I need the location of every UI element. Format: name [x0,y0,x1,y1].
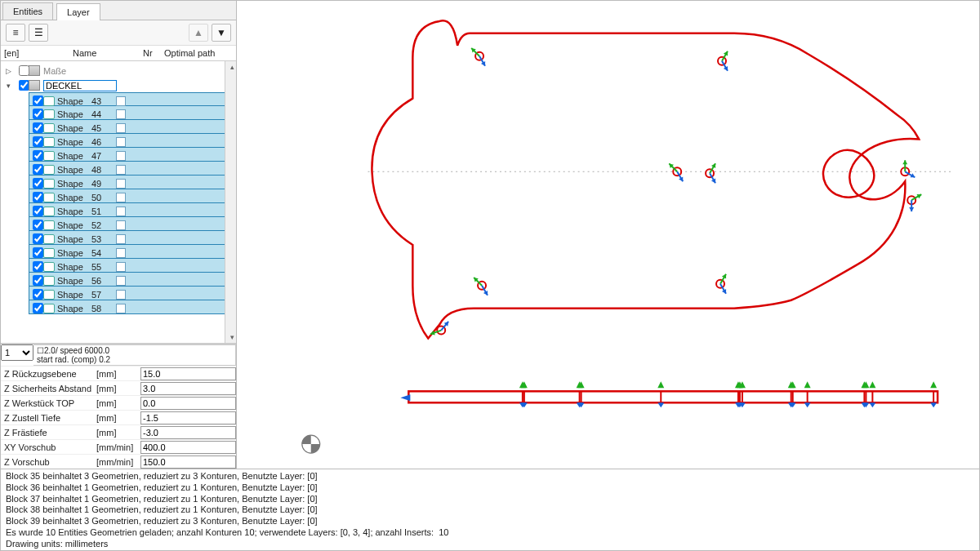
param-input[interactable] [140,411,236,424]
shape-enable-checkbox[interactable] [33,192,43,202]
shape-row[interactable]: Shape50 [29,189,234,203]
scroll-down-icon: ▾ [230,333,234,341]
shape-row[interactable]: Shape56 [29,273,234,287]
shape-enable-checkbox[interactable] [33,178,43,189]
shape-enable-checkbox[interactable] [33,233,43,244]
shape-opt-checkbox[interactable] [116,151,126,161]
shape-label: Shape [57,193,91,202]
shape-row[interactable]: Shape55 [29,259,234,273]
expand-all-button[interactable]: ☰ [29,24,48,42]
shape-row[interactable]: Shape44 [29,106,234,120]
shape-enable-checkbox[interactable] [33,96,43,106]
shape-enable-checkbox[interactable] [33,303,43,313]
shape-label: Shape [57,248,91,258]
shape-label: Shape [57,96,91,106]
shape-label: Shape [57,207,91,216]
shape-opt-checkbox[interactable] [116,109,126,119]
collapse-icon[interactable]: ▾ [4,82,12,90]
param-input[interactable] [140,426,236,439]
shape-enable-checkbox[interactable] [33,206,43,216]
shape-icon [43,151,55,161]
layer-node-masse[interactable]: ▷ Maße [4,63,234,78]
shape-enable-checkbox[interactable] [33,150,43,161]
shape-row[interactable]: Shape46 [29,134,234,148]
tab-entities[interactable]: Entities [2,2,53,20]
shape-opt-checkbox[interactable] [116,220,126,230]
shape-label: Shape [57,290,91,300]
shape-row[interactable]: Shape58 [29,300,234,314]
shape-list: Shape43Shape44Shape45Shape46Shape47Shape… [29,92,234,314]
shape-opt-checkbox[interactable] [116,179,126,189]
param-label: Z Werkstück TOP [1,398,96,408]
layer-node-deckel[interactable]: ▾ [4,78,234,92]
shape-label: Shape [57,123,91,133]
param-input[interactable] [140,382,236,395]
tree-header: [en] Name Nr Optimal path [1,46,236,61]
shape-icon [43,109,55,119]
shape-row[interactable]: Shape54 [29,245,234,259]
shape-opt-checkbox[interactable] [116,262,126,272]
shape-icon [43,248,55,258]
shape-opt-checkbox[interactable] [116,165,126,175]
origin-icon [302,435,320,453]
param-label: Z Frästiefe [1,428,96,438]
shape-opt-checkbox[interactable] [116,193,126,202]
shape-row[interactable]: Shape49 [29,176,234,189]
shape-enable-checkbox[interactable] [33,220,43,230]
param-input[interactable] [140,455,236,469]
shape-row[interactable]: Shape45 [29,120,234,134]
shape-opt-checkbox[interactable] [116,234,126,244]
shape-opt-checkbox[interactable] [116,96,126,106]
shape-opt-checkbox[interactable] [116,248,126,258]
shape-row[interactable]: Shape51 [29,203,234,217]
shape-label: Shape [57,165,91,175]
move-up-button[interactable]: ▲ [189,24,208,42]
part-outline-ear [823,150,874,198]
param-input[interactable] [140,367,236,380]
log-line: Drawing units: millimeters [6,539,974,550]
shape-enable-checkbox[interactable] [33,261,43,272]
shape-enable-checkbox[interactable] [33,164,43,175]
shape-opt-checkbox[interactable] [116,290,126,300]
param-label: XY Vorschub [1,442,96,452]
shape-number: 44 [91,109,114,119]
tab-layer[interactable]: Layer [56,3,100,20]
layer-name-input[interactable] [43,80,117,91]
shape-row[interactable]: Shape57 [29,287,234,300]
tool-select[interactable]: 1 [1,344,33,361]
shape-row[interactable]: Shape43 [29,92,234,106]
shape-opt-checkbox[interactable] [116,123,126,133]
shape-number: 46 [91,137,114,147]
shape-icon [43,179,55,189]
param-input[interactable] [140,397,236,410]
shape-enable-checkbox[interactable] [33,109,43,119]
param-unit: [mm] [96,413,140,423]
shape-row[interactable]: Shape48 [29,162,234,176]
shape-row[interactable]: Shape47 [29,148,234,162]
shape-opt-checkbox[interactable] [116,304,126,313]
shape-opt-checkbox[interactable] [116,137,126,147]
message-log: Block 35 beinhaltet 3 Geometrien, reduzi… [0,469,980,551]
shape-icon [43,96,55,106]
log-line: Block 37 beinhaltet 1 Geometrien, reduzi… [6,494,974,505]
drawing-viewport[interactable] [237,0,980,469]
side-panel: Entities Layer ≡ ☰ ▲ ▼ [en] Name Nr Opti… [0,0,237,469]
move-down-button[interactable]: ▼ [212,24,231,42]
expand-icon[interactable]: ▷ [4,67,12,75]
param-input[interactable] [140,441,236,454]
shape-enable-checkbox[interactable] [33,275,43,286]
shape-row[interactable]: Shape53 [29,231,234,245]
shape-number: 45 [91,123,114,133]
tree-scrollbar[interactable]: ▴ ▾ [225,61,236,343]
collapse-all-button[interactable]: ≡ [6,24,25,42]
tool-summary: ☐2.0/ speed 6000.0 start rad. (comp) 0.2 [33,344,236,366]
shape-opt-checkbox[interactable] [116,276,126,286]
shape-enable-checkbox[interactable] [33,247,43,258]
shape-opt-checkbox[interactable] [116,207,126,216]
shape-enable-checkbox[interactable] [33,136,43,147]
shape-label: Shape [57,234,91,244]
shape-row[interactable]: Shape52 [29,217,234,231]
shape-enable-checkbox[interactable] [33,122,43,133]
shape-label: Shape [57,220,91,230]
shape-enable-checkbox[interactable] [33,289,43,300]
